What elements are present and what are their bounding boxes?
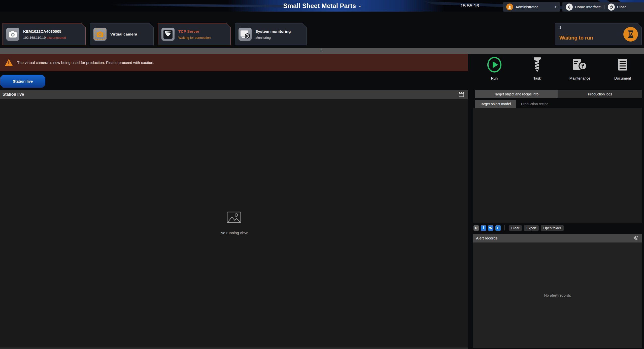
open-folder-button[interactable]: Open folder xyxy=(541,225,564,231)
session-controls: Home Interface Close xyxy=(562,2,644,12)
divider xyxy=(604,5,604,9)
device-status: Monitoring xyxy=(255,36,291,40)
target-object-model-panel xyxy=(473,108,642,223)
document-button[interactable]: Document xyxy=(601,55,644,86)
power-icon xyxy=(608,4,615,11)
device-info: System monitoring Monitoring xyxy=(255,29,291,40)
back-arrow-icon xyxy=(566,4,573,11)
no-alert-records-text: No alert records xyxy=(544,293,571,297)
device-info: Virtual camera xyxy=(110,32,137,37)
device-status-error: disconnected xyxy=(47,36,66,40)
log-level-info-toggle[interactable]: i xyxy=(481,225,486,231)
monitor-gear-icon xyxy=(240,30,250,39)
top-bar: Small Sheet Metal Parts ▾ 15:55:16 Admin… xyxy=(0,0,644,12)
view-layout-button[interactable] xyxy=(458,92,464,97)
virtual-camera-icon xyxy=(96,31,104,38)
dashed-selection-decor xyxy=(94,29,106,40)
alert-settings-button[interactable] xyxy=(634,235,639,241)
maintenance-wrench-icon xyxy=(572,56,587,73)
page-number[interactable]: 1 xyxy=(321,49,323,53)
user-avatar xyxy=(506,4,513,10)
tab-station-live[interactable]: Station live xyxy=(0,75,45,88)
bottom-strip-decor xyxy=(0,347,468,349)
hourglass-badge xyxy=(623,27,638,42)
virtual-camera-tile xyxy=(93,28,107,41)
device-card-camera[interactable]: KEM1022CA4030005 192.168.110.19 disconne… xyxy=(3,23,86,45)
task-label: Task xyxy=(533,76,541,80)
user-icon xyxy=(508,5,512,9)
device-ip: 192.168.110.19 xyxy=(23,36,46,40)
device-name: KEM1022CA4030005 xyxy=(23,29,66,34)
run-button[interactable]: Run xyxy=(473,55,516,86)
user-menu[interactable]: Administrator ▼ xyxy=(503,2,560,12)
device-name: Virtual camera xyxy=(110,32,137,37)
tab-production-logs[interactable]: Production logs xyxy=(558,90,642,98)
divider xyxy=(504,225,505,230)
ethernet-icon xyxy=(163,29,173,39)
play-circle-icon xyxy=(486,56,502,73)
subtab-production-recipe[interactable]: Production recipe xyxy=(516,100,554,108)
log-level-warn-toggle[interactable]: W xyxy=(488,225,493,231)
log-level-debug-toggle[interactable]: D xyxy=(473,225,479,231)
warning-icon xyxy=(5,59,13,66)
run-count: 1 xyxy=(559,25,561,29)
device-card-system-monitoring[interactable]: System monitoring Monitoring xyxy=(235,23,307,45)
app-window: Small Sheet Metal Parts ▾ 15:55:16 Admin… xyxy=(0,0,644,349)
gear-icon xyxy=(634,235,639,241)
station-live-viewport: No running view xyxy=(0,99,468,347)
home-interface-label: Home Interface xyxy=(575,5,601,9)
device-info: KEM1022CA4030005 192.168.110.19 disconne… xyxy=(23,29,66,40)
close-label: Close xyxy=(617,5,627,9)
panel-title: Station live xyxy=(3,92,24,97)
action-nav: Run Task xyxy=(473,55,644,86)
maintenance-button[interactable]: Maintenance xyxy=(559,55,601,86)
device-pagination-strip: 1 xyxy=(0,48,644,54)
log-toolbar: D i W E Clear Export Open folder xyxy=(473,225,564,231)
camera-icon xyxy=(9,30,17,38)
export-button[interactable]: Export xyxy=(524,225,539,231)
warning-message: The virtual camera is now being used for… xyxy=(17,60,154,65)
alert-records-header: Alert records xyxy=(473,234,642,242)
hourglass-icon xyxy=(627,30,634,39)
chevron-down-icon: ▼ xyxy=(554,6,557,8)
alert-records-panel: No alert records xyxy=(473,242,642,348)
task-button[interactable]: Task xyxy=(516,55,559,86)
no-running-view-text: No running view xyxy=(220,231,248,235)
device-status: 192.168.110.19 disconnected xyxy=(23,36,66,40)
station-live-panel-header: Station live xyxy=(0,90,468,99)
maintenance-label: Maintenance xyxy=(569,76,590,80)
device-card-tcp-server[interactable]: TCP Server Waiting for connection xyxy=(158,23,231,45)
alert-records-title: Alert records xyxy=(476,236,497,240)
run-status-card[interactable]: 1 Waiting to run xyxy=(555,23,642,45)
tcp-server-tile xyxy=(161,28,175,41)
screw-icon xyxy=(532,56,542,73)
document-label: Document xyxy=(614,76,631,80)
layout-grid-icon xyxy=(458,92,464,97)
chevron-down-icon: ▾ xyxy=(359,4,361,8)
device-bar: KEM1022CA4030005 192.168.110.19 disconne… xyxy=(0,12,644,48)
device-name: TCP Server xyxy=(178,29,211,34)
document-icon xyxy=(617,56,628,73)
image-placeholder-icon xyxy=(227,212,241,223)
user-name: Administrator xyxy=(516,5,538,9)
run-label: Run xyxy=(491,76,498,80)
device-status: Waiting for connection xyxy=(178,36,211,40)
run-status-label: Waiting to run xyxy=(559,35,593,41)
tab-target-object-recipe-info[interactable]: Target object and recipe info xyxy=(475,90,558,98)
device-card-virtual-camera[interactable]: Virtual camera xyxy=(90,23,154,45)
device-name: System monitoring xyxy=(255,29,291,34)
clear-button[interactable]: Clear xyxy=(509,225,522,231)
system-monitoring-tile xyxy=(239,28,252,41)
device-info: TCP Server Waiting for connection xyxy=(178,29,211,40)
close-button[interactable]: Close xyxy=(608,4,627,11)
home-interface-button[interactable]: Home Interface xyxy=(566,4,601,11)
warning-banner: The virtual camera is now being used for… xyxy=(0,54,468,71)
subtab-target-object-model[interactable]: Target object model xyxy=(475,100,516,108)
log-level-error-toggle[interactable]: E xyxy=(495,225,501,231)
camera-tile xyxy=(6,28,19,41)
clock-time: 15:55:16 xyxy=(460,0,479,12)
page-title: Small Sheet Metal Parts xyxy=(283,2,356,10)
